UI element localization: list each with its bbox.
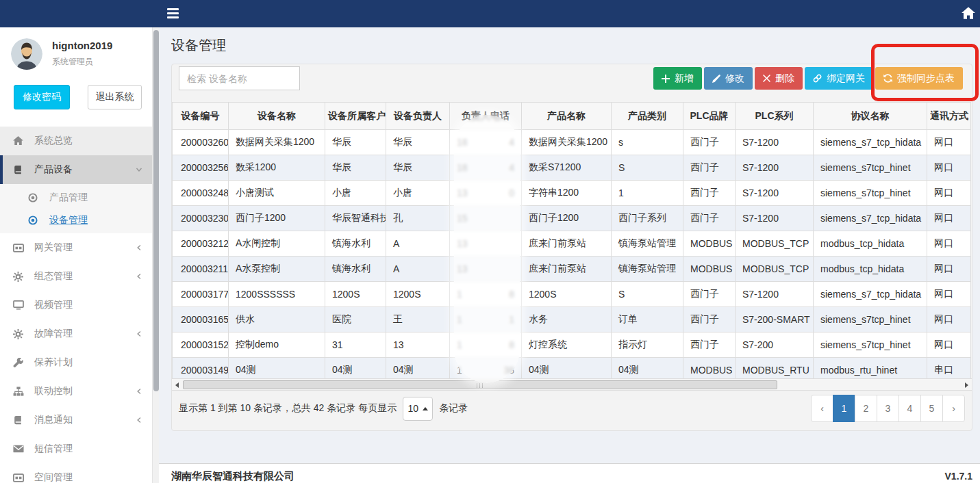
scroll-right-icon[interactable] <box>962 380 972 390</box>
sidebar-item-config-mgmt[interactable]: 组态管理 <box>0 262 152 291</box>
sidebar-item-label: 短信管理 <box>34 443 142 455</box>
footer-version: V1.7.1 <box>945 471 972 482</box>
edit-button[interactable]: 修改 <box>704 67 753 90</box>
cell: 200003230 <box>173 206 229 231</box>
cell: 西门子系列 <box>612 206 683 231</box>
add-button[interactable]: 新增 <box>653 67 702 90</box>
scroll-left-icon[interactable] <box>172 380 182 390</box>
sidebar-item-sms-mgmt[interactable]: 短信管理 <box>0 434 152 463</box>
summary-text-after: 条记录 <box>439 402 468 415</box>
pager-page-5[interactable]: 5 <box>920 395 943 422</box>
pager-page-3[interactable]: 3 <box>877 395 899 422</box>
cell: 数采1200 <box>229 155 325 181</box>
cell: 网口 <box>927 257 971 282</box>
cell-phone: 11 <box>450 307 522 332</box>
cell: 小唐 <box>325 181 386 206</box>
cell: 华辰 <box>325 155 386 181</box>
cell: 镇海泵站管理 <box>612 231 683 257</box>
table-row[interactable]: 200003165供水医院王11水务订单西门子S7-200-SMARTsieme… <box>173 307 971 332</box>
page-size-select[interactable]: 10 <box>403 397 433 421</box>
cell: 200003212 <box>173 231 229 257</box>
cogs-icon <box>13 272 28 282</box>
cell: A <box>386 257 450 282</box>
change-password-button[interactable]: 修改密码 <box>14 85 70 109</box>
chevron-left-icon <box>136 273 142 280</box>
cell: siemens_s7_tcp_hidata <box>814 206 927 231</box>
table-row[interactable]: 200003248小唐测试小唐小唐130字符串12001西门子S7-1200si… <box>173 181 971 206</box>
pager: ‹12345› <box>812 395 965 422</box>
cell: 字符串1200 <box>522 181 612 206</box>
pager-page-2[interactable]: 2 <box>855 395 877 422</box>
cell: siemens_s7tcp_hinet <box>814 181 927 206</box>
pager-prev[interactable]: ‹ <box>811 395 833 422</box>
table-row[interactable]: 200003152控制demo311318灯控系统指示灯西门子S7-200sie… <box>173 332 971 358</box>
cell-phone: 184 <box>450 155 522 181</box>
desktop-icon <box>13 300 28 310</box>
pager-page-4[interactable]: 4 <box>899 395 921 422</box>
sidebar-item-label: 设备管理 <box>49 214 142 226</box>
cell: 200003248 <box>173 181 229 206</box>
envelope-icon <box>13 445 28 453</box>
table-row[interactable]: 200003260数据网关采集1200华辰华辰184数据网关采集1200s西门子… <box>173 130 971 155</box>
sidebar-item-linkage-control[interactable]: 联动控制 <box>0 377 152 406</box>
cell: S7-1200 <box>736 155 814 181</box>
sidebar-item-video-mgmt[interactable]: 视频管理 <box>0 291 152 319</box>
pager-page-1[interactable]: 1 <box>833 395 855 422</box>
sidebar-item-product-mgmt[interactable]: 产品管理 <box>0 186 152 209</box>
footer: 湖南华辰智通科技有限公司 V1.7.1 <box>159 463 980 483</box>
button-label: 删除 <box>775 73 794 85</box>
table-row[interactable]: 2000031771200SSSSSS1200S1200S181200SS西门子… <box>173 282 971 307</box>
sidebar-scrollbar[interactable] <box>152 27 159 483</box>
sidebar-item-overview[interactable]: 系统总览 <box>0 127 152 155</box>
cell: A水泵控制 <box>229 257 325 282</box>
table-header-row: 设备编号设备名称设备所属客户设备负责人负责人电话产品名称产品类别PLC品牌PLC… <box>173 103 971 130</box>
search-input[interactable] <box>179 66 300 90</box>
cell: A <box>386 231 450 257</box>
summary-text-before: 显示第 1 到第 10 条记录，总共 42 条记录 每页显示 <box>179 402 397 415</box>
sidebar-item-product-device[interactable]: 产品设备 <box>0 155 152 184</box>
button-label: 新增 <box>675 73 694 85</box>
cell: 华辰 <box>386 155 450 181</box>
cell: modbus_tcp_hidata <box>814 231 927 257</box>
cell: 网口 <box>927 332 971 358</box>
logout-button[interactable]: 退出系统 <box>88 85 142 109</box>
sidebar-item-space-mgmt[interactable]: 空间管理 <box>0 463 152 483</box>
cell: 订单 <box>612 307 683 332</box>
cell: 西门子 <box>683 332 736 358</box>
pagination-summary: 显示第 1 到第 10 条记录，总共 42 条记录 每页显示 10 条记录 <box>179 395 468 422</box>
delete-button[interactable]: 删除 <box>755 67 803 90</box>
chevron-left-icon <box>136 388 142 395</box>
home-icon[interactable] <box>962 7 975 21</box>
cell: 1200S <box>325 282 386 307</box>
cell: 西门子1200 <box>522 206 612 231</box>
pager-next[interactable]: › <box>942 395 965 422</box>
sidebar-item-device-mgmt[interactable]: 设备管理 <box>0 209 152 231</box>
cell: 庶来门前泵站 <box>522 231 612 257</box>
cell: 数据网关采集1200 <box>229 130 325 155</box>
sidebar-scrollbar-thumb[interactable] <box>153 30 159 391</box>
sidebar-item-message-notify[interactable]: 消息通知 <box>0 406 152 434</box>
cell: 医院 <box>325 307 386 332</box>
book-icon <box>13 165 28 174</box>
column-header: 协议名称 <box>814 103 927 130</box>
submenu-product-device: 产品管理设备管理 <box>0 184 152 233</box>
sidebar-item-gateway-mgmt[interactable]: 网关管理 <box>0 233 152 262</box>
cell: 网口 <box>927 307 971 332</box>
cell: 镇海水利 <box>325 257 386 282</box>
force-sync-button[interactable]: 强制同步点表 <box>875 67 963 90</box>
table-row[interactable]: 200003212A水闸控制镇海水利A13庶来门前泵站镇海泵站管理MODBUSM… <box>173 231 971 257</box>
bind-gateway-button[interactable]: 绑定网关 <box>805 67 873 90</box>
hamburger-icon[interactable] <box>167 8 179 18</box>
sidebar-item-maintenance-plan[interactable]: 保养计划 <box>0 348 152 377</box>
user-role: 系统管理员 <box>52 56 112 68</box>
table-row[interactable]: 200003230西门子1200华辰智通科技孔15西门子1200西门子系列西门子… <box>173 206 971 231</box>
cell: 数据网关采集1200 <box>522 130 612 155</box>
horizontal-scrollbar[interactable] <box>172 378 972 391</box>
table-row[interactable]: 200003211A水泵控制镇海水利A13庶来门前泵站镇海泵站管理MODBUSM… <box>173 257 971 282</box>
table-row[interactable]: 200003256数采1200华辰华辰184数采S71200S西门子S7-120… <box>173 155 971 181</box>
cell-phone: 15 <box>450 206 522 231</box>
sidebar-item-fault-mgmt[interactable]: 故障管理 <box>0 319 152 348</box>
cell-phone: 18 <box>450 332 522 358</box>
x-icon <box>763 75 770 82</box>
horizontal-scrollbar-thumb[interactable] <box>183 380 777 389</box>
